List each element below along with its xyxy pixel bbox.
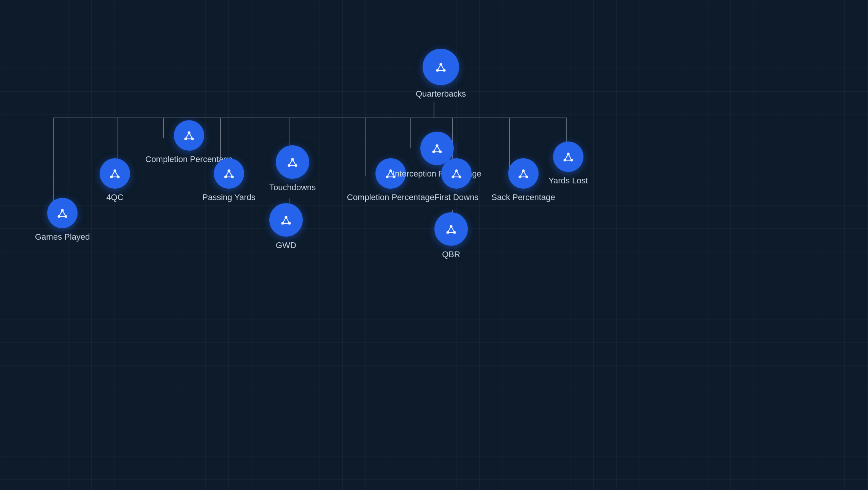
svg-line-90 xyxy=(565,154,568,160)
node-4qc[interactable]: 4QC xyxy=(100,158,130,202)
label-yards-lost: Yards Lost xyxy=(548,176,588,186)
svg-line-73 xyxy=(456,171,460,177)
svg-line-24 xyxy=(59,210,62,216)
svg-line-66 xyxy=(434,146,437,152)
svg-line-37 xyxy=(189,133,192,139)
svg-line-43 xyxy=(229,171,232,177)
label-qbr: QBR xyxy=(442,250,460,259)
node-circle-first-downs[interactable] xyxy=(441,158,472,189)
svg-line-79 xyxy=(451,226,455,232)
node-circle-gwd[interactable] xyxy=(269,203,303,237)
svg-line-30 xyxy=(111,171,115,177)
label-4qc: 4QC xyxy=(106,192,123,202)
label-quarterbacks: Quarterbacks xyxy=(416,89,466,99)
node-gwd[interactable]: GWD xyxy=(269,203,303,250)
svg-line-54 xyxy=(283,217,286,223)
node-circle-qbr[interactable] xyxy=(434,212,468,246)
svg-line-49 xyxy=(293,159,296,165)
svg-line-42 xyxy=(226,171,229,177)
node-circle-quarterbacks[interactable] xyxy=(423,49,459,85)
svg-line-48 xyxy=(289,159,293,165)
svg-line-36 xyxy=(186,133,189,139)
label-gwd: GWD xyxy=(276,240,296,250)
node-qbr[interactable]: QBR xyxy=(434,212,468,259)
node-circle-4qc[interactable] xyxy=(100,158,130,189)
node-completion-pct-left[interactable]: Completion Percentage xyxy=(145,120,233,164)
svg-line-78 xyxy=(448,226,451,232)
svg-line-19 xyxy=(441,64,444,70)
label-sack-pct: Sack Percentage xyxy=(491,192,555,202)
node-touchdowns[interactable]: Touchdowns xyxy=(269,145,316,192)
svg-line-72 xyxy=(453,171,456,177)
svg-line-67 xyxy=(437,146,440,152)
svg-line-60 xyxy=(387,171,391,177)
svg-line-55 xyxy=(286,217,289,223)
svg-line-84 xyxy=(520,171,523,177)
node-yards-lost[interactable]: Yards Lost xyxy=(548,142,588,186)
node-first-downs[interactable]: First Downs xyxy=(434,158,479,202)
node-circle-completion-pct-left[interactable] xyxy=(174,120,204,151)
node-circle-sack-pct[interactable] xyxy=(508,158,539,189)
label-first-downs: First Downs xyxy=(434,192,479,202)
label-passing-yards: Passing Yards xyxy=(202,192,256,202)
node-games-played[interactable]: Games Played xyxy=(35,198,90,242)
node-circle-yards-lost[interactable] xyxy=(553,142,583,172)
svg-line-25 xyxy=(62,210,66,216)
svg-line-85 xyxy=(523,171,527,177)
node-circle-touchdowns[interactable] xyxy=(276,145,309,179)
svg-line-91 xyxy=(568,154,572,160)
node-quarterbacks[interactable]: Quarterbacks xyxy=(416,49,466,99)
node-passing-yards[interactable]: Passing Yards xyxy=(202,158,256,202)
node-circle-games-played[interactable] xyxy=(47,198,78,228)
svg-line-18 xyxy=(437,64,441,70)
label-touchdowns: Touchdowns xyxy=(269,183,316,192)
label-games-played: Games Played xyxy=(35,232,90,242)
label-completion-pct-right: Completion Percentage xyxy=(347,192,434,202)
node-sack-pct[interactable]: Sack Percentage xyxy=(491,158,555,202)
node-circle-passing-yards[interactable] xyxy=(214,158,244,189)
svg-line-31 xyxy=(115,171,118,177)
